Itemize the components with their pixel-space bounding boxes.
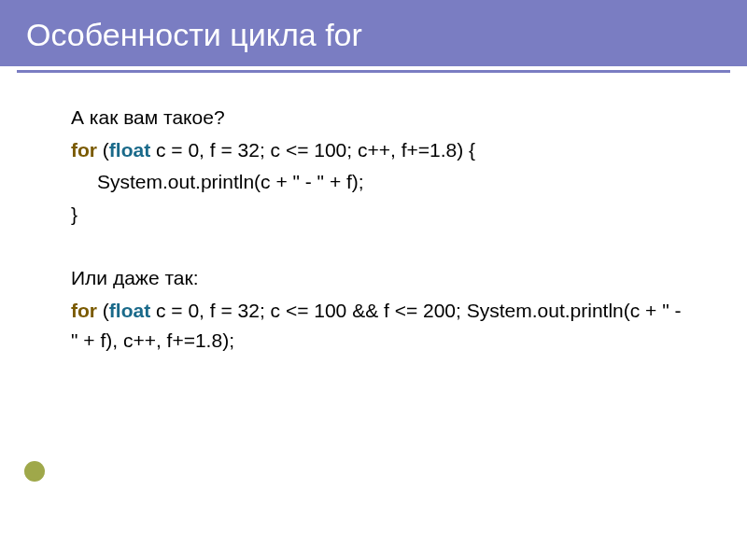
slide: Особенности цикла for А как вам такое? f… [0, 0, 747, 560]
code-line-1: for (float c = 0, f = 32; c <= 100; c++,… [71, 135, 693, 166]
text-line-2: Или даже так: [71, 263, 693, 294]
keyword-for: for [71, 300, 97, 321]
text-line-1: А как вам такое? [71, 103, 693, 133]
code-text: c = 0, f = 32; c <= 100; c++, f+=1.8) { [150, 139, 475, 161]
spacer [71, 231, 693, 263]
bullet-icon [24, 461, 45, 482]
code-text: ( [97, 300, 109, 321]
code-line-3: } [71, 200, 693, 231]
keyword-float: float [109, 300, 150, 321]
slide-content: А как вам такое? for (float c = 0, f = 3… [0, 73, 747, 357]
code-text: c = 0, f = 32; c <= 100 && f <= 200; Sys… [71, 300, 682, 352]
code-line-2: System.out.println(c + " - " + f); [71, 167, 693, 198]
code-text: ( [97, 139, 109, 161]
keyword-float: float [109, 139, 150, 161]
keyword-for: for [71, 139, 97, 161]
code-line-4: for (float c = 0, f = 32; c <= 100 && f … [71, 296, 693, 357]
slide-title: Особенности цикла for [0, 0, 747, 66]
